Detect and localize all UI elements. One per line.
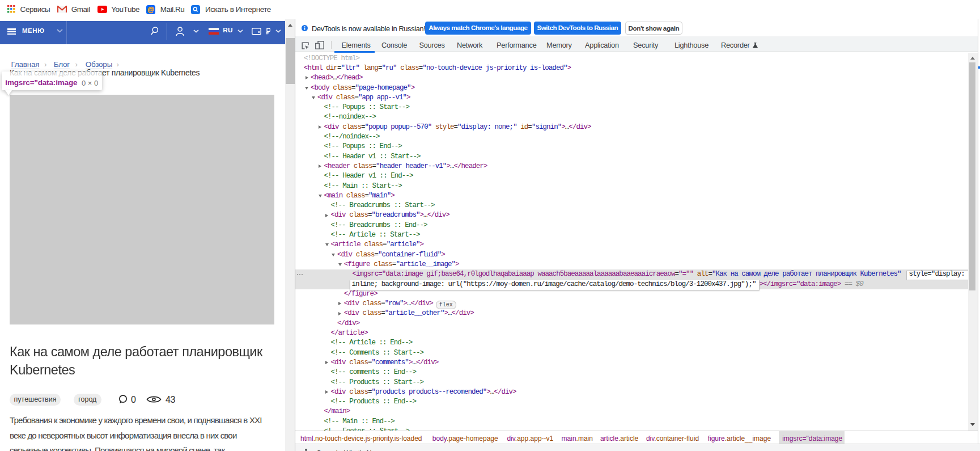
svg-text:@: @ [147, 6, 154, 14]
